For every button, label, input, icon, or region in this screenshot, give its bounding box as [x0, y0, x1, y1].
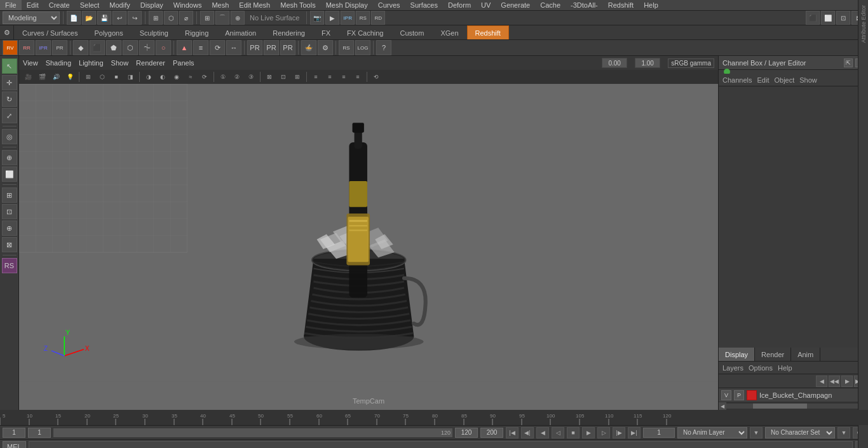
- vp-icon-shadow[interactable]: ◑: [142, 71, 155, 83]
- vp-icon-aa[interactable]: ⟳: [198, 71, 211, 83]
- cb-link-show[interactable]: Show: [799, 76, 817, 84]
- anim-layer-dropdown[interactable]: No Anim Layer: [677, 427, 747, 438]
- lasso-tool-btn[interactable]: ⬡: [164, 11, 178, 25]
- tab-sculpting[interactable]: Sculpting: [132, 25, 177, 39]
- snap-tool[interactable]: ⊕: [2, 150, 17, 165]
- tab-settings-btn[interactable]: ⚙: [0, 25, 14, 39]
- rs-icon-1[interactable]: RV: [3, 40, 18, 55]
- tab-polygons[interactable]: Polygons: [86, 25, 131, 39]
- rs-icon-19[interactable]: ⚙: [318, 40, 333, 55]
- le-tab-render[interactable]: Render: [755, 348, 791, 361]
- ipr-btn[interactable]: IPR: [341, 11, 355, 25]
- vp-menu-panels[interactable]: Panels: [173, 59, 194, 67]
- menu-modify[interactable]: Modify: [104, 0, 135, 10]
- vp-icon-reset[interactable]: ⟲: [370, 71, 383, 83]
- grid-tool[interactable]: ⊡: [2, 204, 17, 219]
- layer-scrollbar[interactable]: ◀ ▶: [719, 402, 868, 410]
- rs-icon-6[interactable]: ⬛: [90, 40, 105, 55]
- open-file-btn[interactable]: 📂: [82, 11, 96, 25]
- menu-uv[interactable]: UV: [476, 0, 496, 10]
- rs-icon-14[interactable]: ↔: [226, 40, 241, 55]
- pb-next-key[interactable]: |▶: [613, 427, 625, 438]
- rs-icon-22[interactable]: ?: [376, 40, 391, 55]
- vp-icon-3[interactable]: ③: [245, 71, 257, 83]
- le-tab-display[interactable]: Display: [719, 348, 755, 361]
- vp-menu-lighting[interactable]: Lighting: [79, 59, 104, 67]
- pb-next-frame[interactable]: ▷: [597, 427, 610, 438]
- menu-help[interactable]: Help: [639, 0, 663, 10]
- camera-tool[interactable]: ⊕: [2, 221, 17, 236]
- rs-icon-11[interactable]: ▲: [177, 40, 192, 55]
- le-menu-layers[interactable]: Layers: [722, 364, 743, 372]
- undo-btn[interactable]: ↩: [112, 11, 126, 25]
- rs-tool[interactable]: RS: [2, 258, 17, 273]
- tab-fx[interactable]: FX: [313, 25, 339, 39]
- gamma-selector[interactable]: sRGB gamma: [668, 58, 714, 68]
- tab-animation[interactable]: Animation: [217, 25, 264, 39]
- rs-icon-18[interactable]: 🍲: [301, 40, 316, 55]
- le-menu-options[interactable]: Options: [749, 364, 773, 372]
- le-menu-help[interactable]: Help: [778, 364, 792, 372]
- coord-x-input[interactable]: [602, 58, 627, 68]
- cb-link-channels[interactable]: Channels: [722, 76, 752, 84]
- rs-icon-8[interactable]: ⬡: [123, 40, 138, 55]
- rs-icon-13[interactable]: ⟳: [210, 40, 225, 55]
- render-btn[interactable]: ▶: [325, 11, 339, 25]
- current-frame-input-right[interactable]: [643, 428, 675, 438]
- rs-icon-12[interactable]: ≡: [193, 40, 208, 55]
- vp-icon-audio[interactable]: 🔊: [50, 71, 62, 83]
- vp-icon-grid[interactable]: ⊞: [82, 71, 95, 83]
- menu-redshift[interactable]: Redshift: [603, 0, 639, 10]
- move-tool[interactable]: ✛: [2, 75, 17, 90]
- layer-p-btn[interactable]: P: [734, 390, 744, 400]
- rs-btn[interactable]: RS: [356, 11, 370, 25]
- vp-icon-film[interactable]: 🎬: [36, 71, 48, 83]
- vp-icon-more1[interactable]: ≡: [309, 71, 322, 83]
- mel-label[interactable]: MEL: [3, 441, 26, 449]
- rs-icon-15[interactable]: PR: [247, 40, 262, 55]
- menu-edit-mesh[interactable]: Edit Mesh: [234, 0, 275, 10]
- pb-play-fwd[interactable]: ▶: [582, 427, 595, 438]
- paint-select-btn[interactable]: ⌀: [179, 11, 193, 25]
- rs-icon-7[interactable]: ⬟: [106, 40, 121, 55]
- menu-display[interactable]: Display: [135, 0, 168, 10]
- snap-point-btn[interactable]: ⊕: [231, 11, 245, 25]
- tab-fx-caching[interactable]: FX Caching: [339, 25, 391, 39]
- pb-prev-key[interactable]: ◀|: [521, 427, 534, 438]
- current-frame-input-left[interactable]: [3, 428, 25, 438]
- rs-icon-9[interactable]: ⏆: [139, 40, 154, 55]
- vp-icon-more2[interactable]: ≡: [323, 71, 336, 83]
- attr-editor-label[interactable]: Attribute Editor: [860, 5, 867, 43]
- vp-icon-ao[interactable]: ◐: [156, 71, 169, 83]
- rs-icon-17[interactable]: PR: [280, 40, 295, 55]
- menu-cache[interactable]: Cache: [535, 0, 566, 10]
- vp-icon-solid[interactable]: ■: [110, 71, 123, 83]
- pb-play-back[interactable]: ◁: [552, 427, 564, 438]
- tab-redshift[interactable]: Redshift: [467, 25, 509, 39]
- workspace-dropdown[interactable]: Modeling: [3, 11, 60, 24]
- vp-icon-cam[interactable]: 🎥: [22, 71, 34, 83]
- vp-icon-motion[interactable]: ≈: [184, 71, 197, 83]
- rs-icon-3[interactable]: IPR: [36, 40, 51, 55]
- pb-go-start[interactable]: |◀: [506, 427, 519, 438]
- vp-menu-view[interactable]: View: [23, 59, 38, 67]
- tab-rendering[interactable]: Rendering: [264, 25, 313, 39]
- scale-tool[interactable]: ⤢: [2, 108, 17, 123]
- vp-menu-show[interactable]: Show: [111, 59, 129, 67]
- vp-icon-ssao[interactable]: ◉: [170, 71, 183, 83]
- menu-mesh-tools[interactable]: Mesh Tools: [275, 0, 320, 10]
- soft-select-tool[interactable]: ◎: [2, 129, 17, 144]
- char-set-dropdown[interactable]: No Character Set: [765, 427, 835, 438]
- snap-grid-btn[interactable]: ⊞: [200, 11, 214, 25]
- rs-icon-16[interactable]: PR: [264, 40, 279, 55]
- snap-curve-btn[interactable]: ⌒: [215, 11, 229, 25]
- vp-icon-wire[interactable]: ⬡: [96, 71, 109, 83]
- pb-go-end[interactable]: ▶|: [628, 427, 641, 438]
- scroll-track[interactable]: [726, 404, 860, 409]
- range-start-input[interactable]: [28, 428, 51, 438]
- coord-y-input[interactable]: [635, 58, 660, 68]
- menu-create[interactable]: Create: [44, 0, 75, 10]
- marquee-tool[interactable]: ⬜: [2, 166, 17, 182]
- vp-icon-more4[interactable]: ≡: [351, 71, 364, 83]
- menu-file[interactable]: File: [0, 0, 22, 10]
